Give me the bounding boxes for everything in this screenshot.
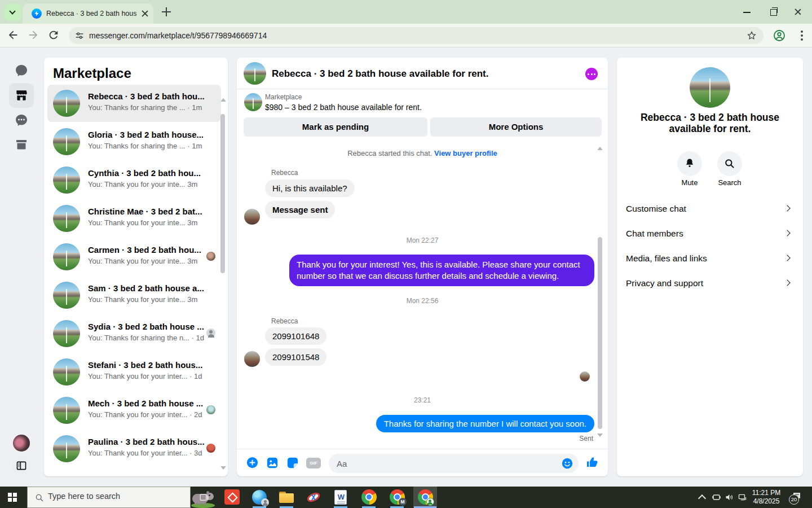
marketplace-tab-selected[interactable] [9,83,34,108]
chats-icon[interactable] [15,64,28,77]
taskbar-search-input[interactable] [48,492,155,501]
incoming-message[interactable]: Message sent [265,201,335,218]
search-in-chat-button[interactable] [717,151,742,176]
sidebar-toggle-button[interactable] [12,456,31,475]
scroll-down-arrow[interactable] [220,466,226,470]
chrome-icon[interactable] [356,487,381,508]
bookmark-star-icon[interactable] [747,30,757,43]
chat-list-item-gloria[interactable]: Gloria · 3 bed 2 bath house... You: Than… [47,123,221,160]
tab-search-button[interactable] [5,4,21,21]
window-minimize-button[interactable] [742,7,752,17]
tray-display-icon[interactable] [712,493,721,504]
conversation-avatar[interactable] [244,62,266,85]
chat-list-item-carmen[interactable]: Carmen · 3 bed 2 bath hou... You: Thank … [47,238,221,275]
chat-list-item-paulina[interactable]: Paulina · 3 bed 2 bath hous... You: Than… [47,430,221,467]
edge-profile-badge [261,498,269,506]
chat-preview: You: Thanks for sharing the ... · 1m [88,142,202,150]
new-tab-button[interactable] [160,6,173,18]
browser-profile-icon[interactable] [773,29,786,42]
address-bar[interactable]: messenger.com/marketplace/t/956779894666… [69,27,764,44]
chat-list-item-stefani[interactable]: Stefani · 3 bed 2 bath hous... You: Than… [47,353,221,391]
chat-list-item-rebecca[interactable]: Rebecca · 3 bed 2 bath hou... You: Thank… [47,85,221,122]
seen-avatar [206,405,215,414]
chat-name: Sam · 3 bed 2 bath house a... [88,283,204,293]
outgoing-message[interactable]: Thanks for sharing the number I will con… [376,415,594,432]
more-options-button[interactable]: More Options [430,117,602,137]
site-settings-icon[interactable] [74,30,85,43]
chat-list-item-cynthia[interactable]: Cynthia · 3 bed 2 bath hou... You: Thank… [47,161,221,199]
chat-list-item-sam[interactable]: Sam · 3 bed 2 bath house a... You: Thank… [47,277,221,314]
incoming-message[interactable]: 2099101648 [265,327,326,345]
chat-list-item-sydia[interactable]: Sydia · 3 bed 2 bath house ... You: Than… [47,315,221,352]
listing-avatar [53,90,80,117]
timestamp-divider: Mon 22:56 [237,297,608,305]
view-buyer-profile-link[interactable]: View buyer profile [434,149,497,157]
emoji-icon[interactable] [562,458,573,471]
chat-preview: You: Thank you for your inter... · 3d [88,449,202,457]
window-restore-button[interactable] [768,7,778,17]
attach-plus-icon[interactable] [246,457,258,471]
chat-list-item-christine[interactable]: Christine Mae · 3 bed 2 bat... You: Than… [47,200,221,237]
thumbs-up-icon[interactable] [586,456,599,471]
conversation-scrollbar[interactable] [598,237,602,429]
snipping-tool-icon[interactable] [301,487,326,508]
media-files-links-row[interactable]: Media, files and links [617,246,803,271]
chrome-profile-m-icon[interactable]: M [385,487,409,508]
red-app-icon[interactable] [220,487,245,508]
mark-as-pending-button[interactable]: Mark as pending [244,117,427,137]
chat-name: Carmen · 3 bed 2 bath hou... [88,245,201,255]
archive-icon[interactable] [15,138,28,151]
gif-icon[interactable]: GIF [306,458,321,468]
window-close-button[interactable] [794,8,804,18]
nav-rail [0,47,43,487]
task-view-button[interactable] [192,487,217,508]
outgoing-message[interactable]: Thank you for your interest! Yes, this i… [289,255,594,286]
sticker-icon[interactable] [286,457,299,471]
chat-list-item-mech[interactable]: Mech · 3 bed 2 bath house ... You: Thank… [47,392,221,429]
chat-list-scrollbar[interactable] [220,114,225,273]
incoming-message[interactable]: 2099101548 [265,348,326,366]
conversation-menu-icon[interactable] [585,68,598,80]
chat-preview: You: Thank you for your inte... 3m [88,295,197,304]
scroll-down-arrow[interactable] [597,433,603,437]
incoming-message[interactable]: Hi, is this available? [265,179,355,197]
file-explorer-icon[interactable] [274,487,299,508]
chrome-active-icon[interactable] [413,487,437,508]
scroll-up-arrow[interactable] [597,147,603,150]
edge-icon[interactable] [247,487,272,508]
sent-status: Sent [579,435,593,443]
customise-chat-row[interactable]: Customise chat [617,196,803,221]
image-icon[interactable] [266,457,279,471]
scroll-up-arrow[interactable] [220,98,226,102]
back-button[interactable] [7,29,20,42]
tray-expand-icon[interactable] [698,494,706,502]
chat-members-row[interactable]: Chat members [617,221,803,246]
mute-label: Mute [667,178,712,187]
row-label: Media, files and links [626,253,707,264]
reload-button[interactable] [47,29,61,42]
user-avatar[interactable] [13,435,30,452]
profile-green-badge [426,498,434,506]
browser-tab[interactable]: Rebecca · 3 bed 2 bath house a [23,3,153,24]
system-note: Rebecca started this chat. View buyer pr… [237,149,608,157]
word-letter: W [335,493,347,501]
word-icon[interactable]: W [328,487,353,508]
start-button[interactable] [8,493,17,502]
tab-close-icon[interactable] [141,10,149,17]
privacy-support-row[interactable]: Privacy and support [617,271,803,296]
chevron-right-icon [784,205,790,211]
forward-button[interactable] [27,29,41,42]
chat-name: Christine Mae · 3 bed 2 bat... [88,207,202,216]
message-requests-icon[interactable] [15,113,28,127]
details-avatar [690,67,730,108]
chat-name: Sydia · 3 bed 2 bath house ... [88,322,204,331]
tray-volume-icon[interactable] [725,493,734,504]
taskbar-search[interactable] [27,487,191,508]
messenger-favicon [32,8,42,19]
browser-menu-icon[interactable] [801,29,803,42]
message-input[interactable] [329,454,579,473]
mute-button[interactable] [677,151,702,176]
chat-name: Cynthia · 3 bed 2 bath hou... [88,168,201,178]
listing-title: $980 – 3 bed 2 bath house available for … [265,103,422,112]
taskbar-clock[interactable]: 11:21 PM 4/8/2025 [745,489,787,506]
